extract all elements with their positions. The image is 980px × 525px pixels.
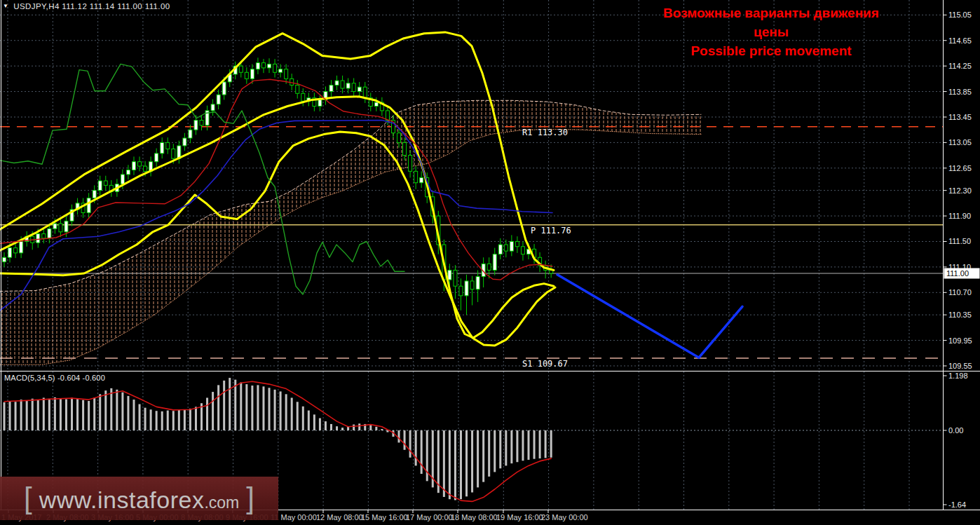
- macd-histogram-bar: [404, 430, 406, 450]
- chart-dropdown-icon[interactable]: ▼: [3, 3, 8, 10]
- candle-body: [498, 245, 502, 254]
- time-axis-label: 1 May 2017: [1, 513, 41, 521]
- macd-histogram-bar: [127, 396, 129, 430]
- macd-histogram-bar: [99, 394, 101, 430]
- candle-body: [59, 224, 62, 232]
- macd-histogram-bar: [4, 402, 6, 430]
- macd-histogram-bar: [223, 381, 225, 430]
- candle-body: [318, 100, 322, 106]
- macd-histogram-bar: [229, 378, 231, 430]
- candle-body: [358, 87, 361, 91]
- candle-body: [273, 64, 277, 72]
- macd-histogram-bar: [471, 430, 473, 493]
- candle-body: [465, 281, 468, 296]
- candle-body: [403, 142, 407, 155]
- macd-histogram-bar: [302, 407, 304, 430]
- candle-body: [515, 241, 519, 246]
- macd-histogram-bar: [443, 430, 445, 497]
- macd-histogram-bar: [245, 384, 247, 430]
- macd-histogram-bar: [449, 430, 451, 499]
- price-axis-label: 113.85: [948, 88, 972, 96]
- macd-histogram-bar: [319, 418, 321, 430]
- macd-histogram-bar: [325, 421, 327, 430]
- candle-body: [250, 69, 254, 79]
- macd-histogram-bar: [381, 429, 383, 430]
- candle-body: [346, 83, 350, 88]
- macd-histogram-bar: [178, 409, 180, 430]
- candle-body: [211, 104, 215, 111]
- candle-body: [256, 63, 259, 69]
- candle-body: [363, 87, 367, 97]
- candle-body: [144, 166, 147, 171]
- price-axis-label: 109.55: [948, 362, 972, 370]
- price-axis-label: 113.05: [948, 138, 972, 146]
- candle-body: [20, 241, 23, 252]
- candle-body: [352, 83, 355, 92]
- macd-histogram-bar: [510, 430, 512, 463]
- macd-histogram-bar: [330, 424, 332, 430]
- time-axis-label: 5 May 00:00: [136, 513, 179, 521]
- macd-histogram-bar: [32, 399, 34, 430]
- candle-body: [98, 181, 102, 191]
- candle-body: [454, 270, 457, 286]
- macd-histogram-bar: [217, 385, 219, 430]
- candle-body: [493, 254, 496, 271]
- price-chart-canvas[interactable]: R1 113.30P 111.76S1 109.67115.05114.6511…: [0, 0, 980, 525]
- macd-histogram-bar: [54, 397, 56, 430]
- candle-body: [189, 130, 192, 138]
- macd-histogram-bar: [454, 430, 456, 500]
- candle-body: [448, 270, 451, 280]
- candle-body: [476, 277, 479, 289]
- price-axis-label: 110.35: [948, 311, 972, 319]
- price-axis-label: 112.65: [948, 164, 972, 172]
- macd-histogram-bar: [415, 430, 417, 465]
- candle-body: [245, 72, 248, 79]
- macd-histogram-bar: [505, 430, 507, 465]
- candle-body: [8, 248, 12, 258]
- candle-body: [285, 69, 288, 79]
- candle-body: [261, 63, 265, 68]
- candle-body: [87, 198, 90, 213]
- price-axis-label: 110.70: [948, 288, 972, 296]
- macd-histogram-bar: [184, 410, 186, 430]
- pivot-label-r1: R1 113.30: [522, 128, 568, 137]
- candle-body: [239, 66, 243, 72]
- candle-body: [48, 229, 51, 238]
- macd-histogram-bar: [93, 397, 95, 430]
- macd-histogram-bar: [369, 425, 372, 430]
- pivot-label-s1: S1 109.67: [522, 359, 568, 369]
- candle-body: [296, 85, 299, 93]
- macd-histogram-bar: [76, 399, 79, 430]
- macd-histogram-bar: [268, 388, 271, 430]
- candle-body: [279, 69, 283, 73]
- macd-histogram-bar: [161, 411, 163, 430]
- mt4-chart-window: R1 113.30P 111.76S1 109.67115.05114.6511…: [0, 0, 980, 525]
- candle-body: [290, 79, 294, 85]
- macd-histogram-bar: [274, 390, 276, 430]
- time-axis-label: 23 May 00:00: [541, 513, 588, 521]
- candle-body: [36, 234, 40, 243]
- macd-histogram-bar: [527, 430, 529, 460]
- macd-histogram-bar: [550, 430, 552, 458]
- macd-histogram-bar: [297, 402, 299, 430]
- candle-body: [53, 224, 57, 229]
- macd-histogram-bar: [9, 401, 11, 430]
- macd-histogram-bar: [336, 426, 338, 430]
- time-axis-label: 18 May 08:00: [451, 513, 498, 521]
- time-axis-label: 9 May 16:00: [226, 513, 268, 521]
- candle-body: [420, 177, 423, 182]
- candle-body: [161, 142, 164, 153]
- macd-histogram-bar: [206, 397, 208, 430]
- time-axis-label: 2 May 08:00: [46, 513, 89, 521]
- macd-axis-label: -1.64: [948, 500, 966, 509]
- candle-body: [222, 82, 226, 95]
- macd-histogram-bar: [144, 408, 147, 430]
- macd-histogram-bar: [533, 430, 536, 459]
- candle-body: [335, 81, 339, 85]
- macd-histogram-bar: [37, 400, 39, 430]
- symbol-title-bar[interactable]: ▼ USDJPY,H4 111.12 111.14 111.00 111.00: [3, 2, 170, 11]
- macd-histogram-bar: [499, 430, 501, 468]
- symbol-quote-text: USDJPY,H4 111.12 111.14 111.00 111.00: [13, 2, 170, 11]
- macd-histogram-bar: [477, 430, 479, 487]
- macd-histogram-bar: [121, 393, 123, 430]
